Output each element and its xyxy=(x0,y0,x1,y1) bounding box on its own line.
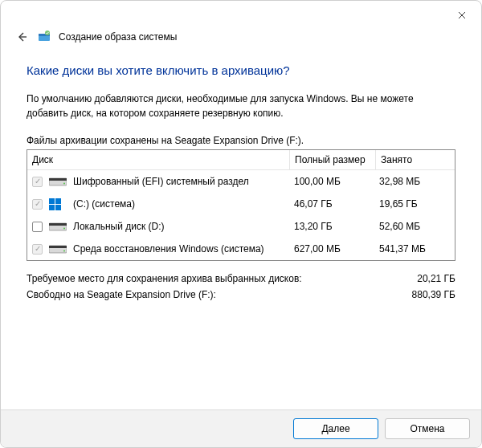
cancel-button[interactable]: Отмена xyxy=(385,418,470,439)
table-row: ✓(C:) (система)46,07 ГБ19,65 ГБ xyxy=(27,193,455,215)
disk-used: 32,98 МБ xyxy=(374,176,455,187)
table-row: ✓Среда восстановления Windows (система)6… xyxy=(27,238,455,260)
header-row: Создание образа системы xyxy=(1,26,481,47)
summary-required: Требуемое место для сохранения архива вы… xyxy=(27,271,455,287)
disk-size: 13,20 ГБ xyxy=(289,221,374,232)
content-area: Какие диски вы хотите включить в архивац… xyxy=(1,47,481,303)
dialog-window: Создание образа системы Какие диски вы х… xyxy=(0,0,482,448)
back-arrow-icon xyxy=(15,31,28,43)
column-header-size[interactable]: Полный размер xyxy=(290,150,376,169)
drive-icon xyxy=(49,176,67,187)
back-button[interactable] xyxy=(14,31,30,43)
disk-checkbox: ✓ xyxy=(32,244,43,255)
svg-point-12 xyxy=(63,228,65,230)
table-row[interactable]: Локальный диск (D:)13,20 ГБ52,60 МБ xyxy=(27,215,455,238)
svg-rect-7 xyxy=(55,198,61,204)
svg-rect-4 xyxy=(49,178,67,181)
summary-free: Свободно на Seagate Expansion Drive (F:)… xyxy=(27,287,455,303)
disk-table: Диск Полный размер Занято ✓Шифрованный (… xyxy=(27,149,455,261)
page-title: Создание образа системы xyxy=(59,31,177,43)
column-header-disk[interactable]: Диск xyxy=(27,150,290,169)
footer: Далее Отмена xyxy=(1,409,481,447)
disk-checkbox: ✓ xyxy=(32,199,43,210)
disk-checkbox: ✓ xyxy=(32,177,43,187)
disk-used: 541,37 МБ xyxy=(374,243,455,255)
main-heading: Какие диски вы хотите включить в архивац… xyxy=(27,63,455,77)
svg-point-5 xyxy=(63,183,65,185)
disk-used: 19,65 ГБ xyxy=(374,198,455,210)
close-icon xyxy=(458,10,466,22)
svg-rect-6 xyxy=(49,198,55,204)
table-header: Диск Полный размер Занято xyxy=(27,150,455,170)
svg-rect-11 xyxy=(49,223,67,226)
summary: Требуемое место для сохранения архива вы… xyxy=(27,271,455,303)
close-button[interactable] xyxy=(447,4,476,26)
next-button[interactable]: Далее xyxy=(293,418,378,439)
svg-rect-14 xyxy=(49,246,67,248)
disk-label: Шифрованный (EFI) системный раздел xyxy=(73,176,249,187)
table-row: ✓Шифрованный (EFI) системный раздел100,0… xyxy=(27,170,455,193)
svg-rect-9 xyxy=(55,205,61,210)
column-header-used[interactable]: Занято xyxy=(376,150,455,169)
wizard-icon xyxy=(38,30,51,45)
summary-required-label: Требуемое место для сохранения архива вы… xyxy=(27,271,302,287)
disk-size: 100,00 МБ xyxy=(289,176,374,187)
summary-free-value: 880,39 ГБ xyxy=(412,287,455,303)
drive-icon xyxy=(49,198,67,210)
description-text: По умолчанию добавляются диски, необходи… xyxy=(27,92,455,120)
disk-label: (C:) (система) xyxy=(73,198,135,210)
drive-icon xyxy=(49,243,67,255)
disk-label: Среда восстановления Windows (система) xyxy=(73,243,264,255)
summary-free-label: Свободно на Seagate Expansion Drive (F:)… xyxy=(27,287,216,303)
disk-label: Локальный диск (D:) xyxy=(73,221,165,232)
drive-icon xyxy=(49,221,67,232)
disk-checkbox[interactable] xyxy=(32,222,43,232)
disk-size: 46,07 ГБ xyxy=(289,198,374,210)
svg-rect-8 xyxy=(49,205,55,210)
disk-size: 627,00 МБ xyxy=(289,243,374,255)
backup-location-text: Файлы архивации сохранены на Seagate Exp… xyxy=(27,135,455,146)
svg-point-15 xyxy=(63,250,65,252)
summary-required-value: 20,21 ГБ xyxy=(417,271,455,287)
titlebar xyxy=(1,1,481,26)
disk-used: 52,60 МБ xyxy=(374,221,455,232)
